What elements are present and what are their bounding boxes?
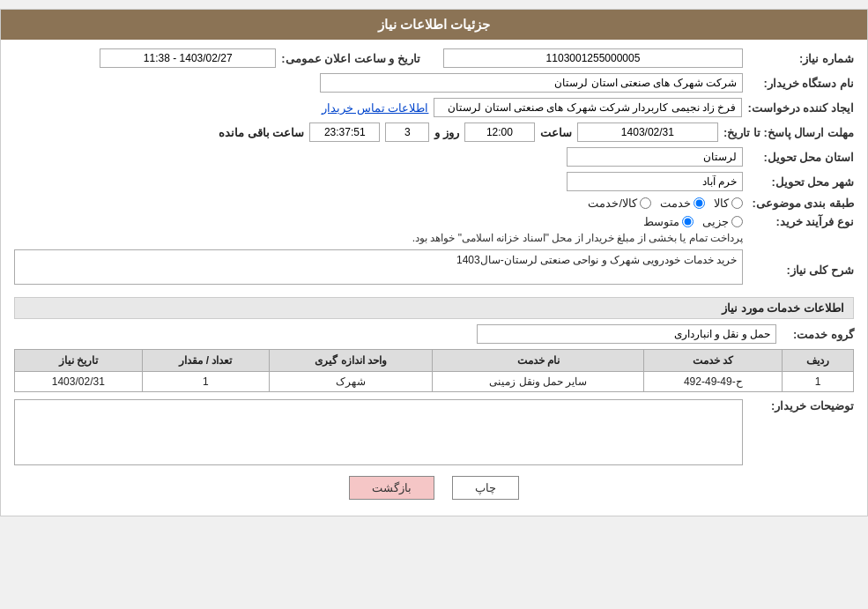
mohlat-row: مهلت ارسال پاسخ: تا تاریخ: ساعت روز و سا…: [14, 123, 854, 142]
mohlat-roz-input[interactable]: [385, 123, 429, 142]
ejad-konande-row: ایجاد کننده درخواست: اطلاعات تماس خریدار: [14, 98, 854, 117]
buttons-row: چاپ بازگشت: [14, 476, 854, 500]
sharh-koli-value: خرید خدمات خودرویی شهرک و نواحی صنعتی لر…: [20, 254, 737, 266]
noe-farayand-note: پرداخت تمام یا بخشی از مبلغ خریدار از مح…: [412, 232, 743, 244]
cell-vahed: شهرک: [270, 372, 433, 392]
back-button[interactable]: بازگشت: [349, 476, 434, 500]
radio-kala-khedmat-item: کالا/خدمت: [588, 197, 651, 210]
table-row: 1 ح-49-49-492 سایر حمل ونقل زمینی شهرک 1…: [15, 372, 854, 392]
radio-jozi-item: جزیی: [702, 215, 743, 228]
radio-kala-khedmat[interactable]: [640, 197, 651, 209]
table-header: ردیف کد خدمت نام خدمت واحد اندازه گیری ت…: [15, 350, 854, 372]
mohlat-saat-label: ساعت: [540, 126, 572, 139]
mohlat-saat-input[interactable]: [464, 123, 535, 142]
shomare-niaz-row: شماره نیاز: تاریخ و ساعت اعلان عمومی:: [14, 48, 854, 68]
sharh-koli-row: شرح کلی نیاز: خرید خدمات خودرویی شهرک و …: [14, 249, 854, 290]
radio-kala-label: کالا: [714, 197, 729, 210]
radio-motevaset-item: متوسط: [643, 215, 694, 228]
radio-khedmat-label: خدمت: [660, 197, 691, 210]
tozihat-row: توضیحات خریدار:: [14, 399, 854, 465]
radio-jozi[interactable]: [731, 216, 743, 227]
tabaghe-bandi-label: طبقه بندی موضوعی:: [748, 197, 854, 210]
col-radif: ردیف: [783, 350, 854, 372]
cell-tedad: 1: [142, 372, 269, 392]
ejad-konande-input[interactable]: [434, 98, 742, 117]
group-khedmat-row: گروه خدمت:: [14, 324, 854, 344]
group-khedmat-input[interactable]: [477, 324, 776, 344]
radio-khedmat[interactable]: [694, 197, 705, 209]
cell-kod-khedmat: ح-49-49-492: [644, 372, 783, 392]
radio-kala-khedmat-label: کالا/خدمت: [588, 197, 637, 210]
namdastgah-input[interactable]: [320, 73, 743, 93]
print-button[interactable]: چاپ: [452, 476, 519, 500]
ostan-row: استان محل تحویل:: [14, 147, 854, 167]
page-header: جزئیات اطلاعات نیاز: [1, 10, 867, 40]
shahr-input[interactable]: [567, 172, 743, 191]
namdastgah-row: نام دستگاه خریدار:: [14, 73, 854, 93]
table-header-row: ردیف کد خدمت نام خدمت واحد اندازه گیری ت…: [15, 350, 854, 372]
tozihat-textarea[interactable]: [15, 400, 742, 462]
col-tedad: تعداد / مقدار: [142, 350, 269, 372]
page-title: جزئیات اطلاعات نیاز: [378, 17, 490, 32]
radio-khedmat-item: خدمت: [660, 197, 705, 210]
radio-motevaset-label: متوسط: [643, 215, 679, 228]
noe-farayand-label: نوع فرآیند خرید:: [748, 215, 854, 228]
ostan-input[interactable]: [567, 147, 743, 167]
tabaghe-bandi-radio-group: کالا خدمت کالا/خدمت: [588, 197, 743, 210]
tabaghe-bandi-row: طبقه بندی موضوعی: کالا خدمت کالا/خدمت: [14, 197, 854, 210]
shahr-row: شهر محل تحویل:: [14, 172, 854, 191]
tozihat-box: [14, 399, 743, 465]
mohlat-countdown-input[interactable]: [309, 123, 380, 142]
cell-tarikh: 1403/02/31: [15, 372, 143, 392]
services-table: ردیف کد خدمت نام خدمت واحد اندازه گیری ت…: [14, 349, 854, 392]
service-info-header: اطلاعات خدمات مورد نیاز: [14, 297, 854, 319]
tarikh-input[interactable]: [100, 48, 276, 68]
shomare-niaz-input[interactable]: [443, 48, 743, 68]
sharh-koli-label: شرح کلی نیاز:: [748, 264, 854, 277]
ettelaat-tamas-link[interactable]: اطلاعات تماس خریدار: [322, 101, 428, 115]
cell-nam-khedmat: سایر حمل ونقل زمینی: [433, 372, 644, 392]
radio-motevaset[interactable]: [682, 216, 694, 227]
ostan-label: استان محل تحویل:: [748, 151, 854, 164]
group-khedmat-label: گروه خدمت:: [783, 328, 854, 341]
mohlat-roz-label: روز و: [434, 126, 459, 139]
ejad-konande-label: ایجاد کننده درخواست:: [747, 101, 854, 115]
mohlat-countdown-label: ساعت باقی مانده: [219, 126, 304, 139]
col-kod-khedmat: کد خدمت: [644, 350, 783, 372]
noe-farayand-row: نوع فرآیند خرید: جزیی متوسط پرداخت تمام …: [14, 215, 854, 244]
namdastgah-label: نام دستگاه خریدار:: [748, 77, 854, 90]
shahr-label: شهر محل تحویل:: [748, 175, 854, 189]
tozihat-label: توضیحات خریدار:: [748, 399, 854, 412]
mohlat-label: مهلت ارسال پاسخ: تا تاریخ:: [723, 126, 854, 139]
content: شماره نیاز: تاریخ و ساعت اعلان عمومی: نا…: [1, 40, 867, 516]
sharh-koli-box: خرید خدمات خودرویی شهرک و نواحی صنعتی لر…: [14, 249, 743, 285]
cell-radif: 1: [783, 372, 854, 392]
radio-kala[interactable]: [731, 197, 743, 209]
col-tarikh: تاریخ نیاز: [15, 350, 143, 372]
page-wrapper: جزئیات اطلاعات نیاز شماره نیاز: تاریخ و …: [0, 9, 868, 516]
tarikh-label: تاریخ و ساعت اعلان عمومی:: [281, 52, 420, 65]
radio-kala-item: کالا: [714, 197, 743, 210]
col-vahed: واحد اندازه گیری: [270, 350, 433, 372]
shomare-niaz-label: شماره نیاز:: [748, 52, 854, 65]
noe-farayand-radio-group: جزیی متوسط: [412, 215, 743, 228]
table-body: 1 ح-49-49-492 سایر حمل ونقل زمینی شهرک 1…: [15, 372, 854, 392]
col-nam-khedmat: نام خدمت: [433, 350, 644, 372]
mohlat-date-input[interactable]: [577, 123, 718, 142]
radio-jozi-label: جزیی: [702, 215, 729, 228]
